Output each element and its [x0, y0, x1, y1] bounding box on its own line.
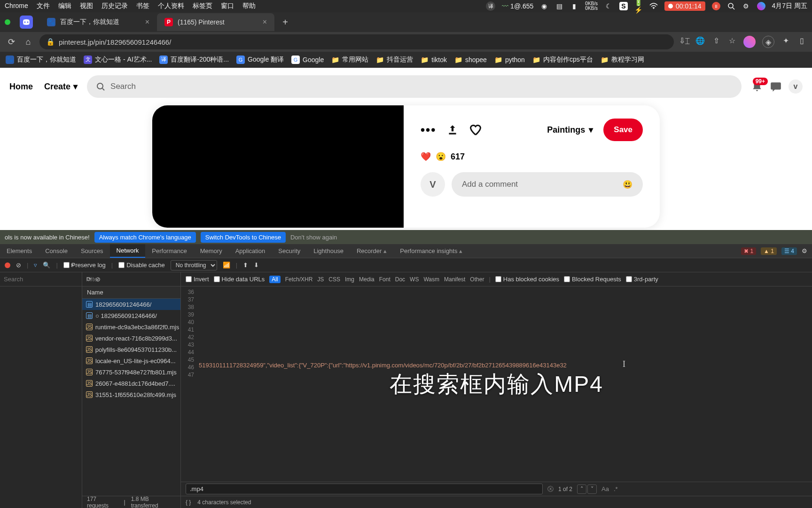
bookmark-folder-tiktok[interactable]: 📁tiktok: [421, 56, 447, 64]
message-count[interactable]: ☰ 4: [781, 247, 797, 255]
bookmark-folder-python[interactable]: 📁python: [494, 56, 525, 64]
nav-home[interactable]: Home: [9, 82, 33, 92]
tab-recorder[interactable]: Recorder ▴: [350, 244, 393, 258]
cc-icon[interactable]: ◉: [540, 2, 548, 10]
nav-create[interactable]: Create▾: [44, 81, 78, 92]
control-center-icon[interactable]: ⚙: [742, 2, 750, 10]
match-case-toggle[interactable]: Aa: [601, 485, 609, 492]
drawer-search-input[interactable]: [4, 276, 83, 283]
window-maximize[interactable]: [5, 19, 10, 25]
bookmark-folder-common[interactable]: 📁常用网站: [331, 56, 368, 64]
bookmark-fanyi[interactable]: 译百度翻译-200种语...: [159, 56, 229, 64]
tab-lighthouse[interactable]: Lighthouse: [307, 244, 350, 258]
extension-1-icon[interactable]: [743, 36, 756, 48]
tab-close-icon[interactable]: ×: [263, 18, 267, 26]
filter-fetch[interactable]: Fetch/XHR: [285, 276, 313, 283]
find-input[interactable]: [186, 484, 543, 494]
filter-js[interactable]: JS: [317, 276, 324, 283]
tab-memory[interactable]: Memory: [194, 244, 229, 258]
search-icon[interactable]: 🔍: [43, 262, 50, 269]
app-name[interactable]: Chrome: [5, 2, 28, 10]
tab-baidu[interactable]: 🐾 百度一下，你就知道 ×: [39, 13, 157, 31]
filter-css[interactable]: CSS: [328, 276, 340, 283]
tab-sources[interactable]: Sources: [74, 244, 110, 258]
board-selector[interactable]: Paintings▾: [547, 125, 593, 135]
filter-ws[interactable]: WS: [410, 276, 419, 283]
share-icon[interactable]: ⇧: [711, 36, 721, 45]
tab-security[interactable]: Security: [272, 244, 307, 258]
bookmark-gtranslate[interactable]: GGoogle 翻译: [236, 56, 284, 64]
heart-icon[interactable]: [469, 123, 482, 136]
request-row[interactable]: JS31551-1f655610e28fc499.mjs: [82, 389, 180, 400]
clear-find-icon[interactable]: ⓧ: [547, 485, 554, 493]
url-box[interactable]: 🔒 pinterest.jp/pin/1829656091246466/: [39, 34, 674, 49]
menu-bookmarks[interactable]: 书签: [136, 2, 149, 10]
pause-icon[interactable]: ⏸: [712, 2, 720, 10]
menu-file[interactable]: 文件: [37, 2, 50, 10]
tab-performance[interactable]: Performance: [145, 244, 193, 258]
hide-dataurls-checkbox[interactable]: Hide data URLs: [214, 276, 265, 283]
request-row[interactable]: JS76775-537f948e727fb801.mjs: [82, 366, 180, 378]
discord-icon[interactable]: [20, 16, 33, 29]
filter-other[interactable]: Other: [470, 276, 484, 283]
user-avatar[interactable]: v: [789, 79, 803, 94]
screen-record-timer[interactable]: 00:01:14: [664, 1, 705, 11]
bookmark-google[interactable]: GGoogle: [291, 56, 324, 64]
request-row[interactable]: JSruntime-dc9a3ebc3a86f2f0.mjs: [82, 321, 180, 333]
search-input[interactable]: Search: [87, 75, 742, 98]
filter-icon[interactable]: ▿: [34, 262, 37, 269]
bookmark-folder-cps[interactable]: 📁内容创作cps平台: [532, 56, 593, 64]
filter-manifest[interactable]: Manifest: [444, 276, 465, 283]
filter-wasm[interactable]: Wasm: [423, 276, 439, 283]
warning-count[interactable]: ▲ 1: [761, 247, 777, 255]
regex-toggle[interactable]: .*: [614, 485, 618, 492]
extensions-icon[interactable]: ✦: [781, 36, 790, 45]
disable-cache-checkbox[interactable]: Disable cache: [118, 262, 165, 269]
wifi-icon[interactable]: [649, 2, 658, 10]
blocked-requests-checkbox[interactable]: Blocked Requests: [564, 276, 621, 283]
invert-checkbox[interactable]: Invert: [186, 276, 209, 283]
stack-icon[interactable]: ▤: [555, 2, 563, 10]
clear-icon[interactable]: ⊘: [16, 262, 21, 269]
tab-network[interactable]: Network: [110, 244, 146, 258]
flag-icon[interactable]: ▮: [570, 2, 578, 10]
home-icon[interactable]: ⌂: [23, 37, 34, 47]
preserve-log-checkbox[interactable]: Preserve log: [63, 262, 106, 269]
upload-icon[interactable]: [446, 124, 459, 136]
upload-har-icon[interactable]: ⬆: [243, 262, 248, 269]
translate-page-icon[interactable]: 🌐: [695, 36, 705, 45]
bookmark-wenxin[interactable]: 文文心一格 - AI艺术...: [84, 56, 152, 64]
throttling-select[interactable]: No throttling: [171, 260, 217, 270]
comment-input[interactable]: Add a comment 😃: [452, 172, 643, 197]
date-time[interactable]: 4月7日 周五: [772, 2, 807, 10]
record-icon[interactable]: [5, 262, 10, 268]
extension-2-icon[interactable]: ◈: [762, 36, 774, 48]
banner-match-button[interactable]: Always match Chrome's language: [94, 232, 196, 243]
filter-doc[interactable]: Doc: [395, 276, 405, 283]
reactions[interactable]: ❤️😮 617: [421, 151, 643, 162]
menu-help[interactable]: 帮助: [242, 2, 256, 10]
response-code-view[interactable]: 363738394041424344454647 519310111172832…: [181, 286, 812, 482]
download-har-icon[interactable]: ⬇: [254, 262, 259, 269]
reload-icon[interactable]: ⟳: [6, 37, 17, 47]
third-party-checkbox[interactable]: 3rd-party: [626, 276, 658, 283]
tab-elements[interactable]: Elements: [0, 244, 39, 258]
request-row[interactable]: JSlocale-en_US-lite-js-ec0964...: [82, 355, 180, 366]
filter-media[interactable]: Media: [359, 276, 375, 283]
menu-history[interactable]: 历史记录: [102, 2, 128, 10]
request-row[interactable]: ▤1829656091246466/: [82, 299, 180, 310]
filter-input[interactable]: [86, 276, 133, 283]
request-row[interactable]: JSvendor-react-716c8b2999d3...: [82, 333, 180, 344]
install-icon[interactable]: ⇩⌶: [679, 36, 689, 45]
filter-img[interactable]: Img: [345, 276, 354, 283]
request-row[interactable]: JSpolyfills-8e6094537011230b...: [82, 344, 180, 355]
tab-pinterest[interactable]: P (1165) Pinterest ×: [157, 13, 274, 31]
menu-edit[interactable]: 编辑: [58, 2, 71, 10]
sidepanel-icon[interactable]: ▯: [797, 36, 806, 45]
messages-icon[interactable]: [770, 80, 782, 93]
moon-icon[interactable]: ☾: [604, 2, 613, 10]
bookmark-folder-shopee[interactable]: 📁shopee: [454, 56, 487, 64]
bookmark-baidu[interactable]: 🐾百度一下，你就知道: [6, 56, 76, 64]
menu-view[interactable]: 视图: [80, 2, 93, 10]
menu-window[interactable]: 窗口: [221, 2, 234, 10]
